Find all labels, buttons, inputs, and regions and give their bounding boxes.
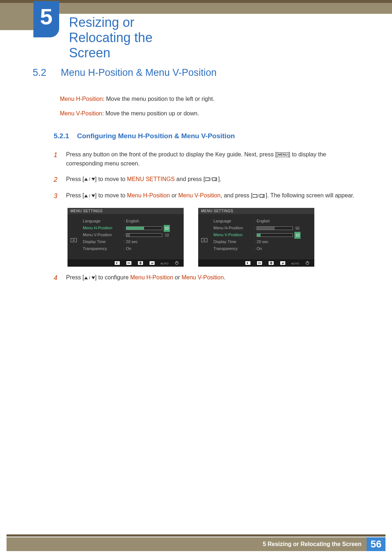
osd-category-icon-col [200,218,209,253]
step2-text-d: ]. [218,176,221,182]
osd-footer-buttons: AUTO [68,259,184,267]
section-heading: 5.2 Menu H-Position & Menu V-Position [33,67,359,78]
osd-hposition: MENU SETTINGS Language Menu H-Position M… [68,208,184,267]
footer-chapter-text: 5 Resizing or Relocating the Screen [263,541,367,547]
osd-labels: Language Menu H-Position Menu V-Position… [211,218,251,253]
svg-rect-33 [280,261,285,265]
osd-value-displaytime: 20 sec [257,239,268,244]
vpos-term: Menu V-Position [60,110,102,116]
step4-or: or [173,274,181,280]
auto-label: AUTO [291,262,299,265]
footer-rule [7,534,385,537]
step2-text-a: Press [ [66,176,84,182]
chapter-number-badge: 5 [33,1,59,37]
step-3: 3 Press [/] to move to Menu H-Position o… [54,191,359,201]
hpos-term: Menu H-Position [60,96,103,102]
osd-screenshots: MENU SETTINGS Language Menu H-Position M… [68,208,359,267]
steps-list-cont: 4 Press [/] to configure Menu H-Position… [33,273,359,283]
osd-label-transparency: Transparency [213,245,251,252]
up-down-arrow-icon: / [84,177,95,181]
slider-hpos [126,226,162,230]
osd-category-icon-col [69,218,78,253]
step2-text-b: ] to move to [95,176,127,182]
step-number: 4 [54,273,59,283]
step3-text-a: Press [ [66,192,84,198]
svg-text:/: / [258,194,259,198]
step3-text-c: , and press [ [221,192,253,198]
osd-label-transparency: Transparency [83,245,121,252]
vpos-text: : Move the menu position up or down. [102,110,199,116]
svg-rect-12 [71,238,77,242]
svg-marker-8 [91,194,95,197]
svg-marker-38 [91,276,95,279]
svg-rect-29 [258,263,261,263]
osd-title: MENU SETTINGS [68,208,184,214]
osd-label-vpos: Menu V-Position [213,231,251,238]
osd-label-displaytime: Display Time [213,238,251,245]
svg-text:/: / [210,177,212,181]
svg-rect-9 [253,194,257,197]
footer-bar: 5 Resizing or Relocating the Screen 56 [7,537,385,551]
osd-value-transparency: On [257,246,262,251]
menu-button-icon: MENU [277,152,289,157]
vpos-description: Menu V-Position: Move the menu position … [60,110,359,117]
slider-vpos [126,233,162,237]
step-number: 1 [54,150,59,168]
step3-or: or [170,192,178,198]
svg-rect-21 [150,261,155,265]
page-content: 5.2 Menu H-Position & Menu V-Position Me… [33,67,359,290]
step4-h: Menu H-Position [130,274,173,280]
step-number: 2 [54,175,59,185]
osd-value-displaytime: 20 sec [126,239,138,244]
svg-marker-2 [91,178,95,181]
svg-text:/: / [89,194,90,198]
auto-label: AUTO [160,262,168,265]
subsection-heading: 5.2.1 Configuring Menu H-Position & Menu… [33,132,359,140]
step2-text-c: and press [ [175,176,205,182]
slider-vpos-value: 10 [294,232,301,239]
step3-text-d: ]. The following screen will appear. [266,192,354,198]
plus-icon [268,261,274,266]
steps-list: 1 Press any button on the front of the p… [33,150,359,201]
osd-label-language: Language [83,218,121,225]
back-icon [114,261,121,266]
svg-point-25 [204,239,205,241]
osd-value-language: English [126,219,139,223]
svg-text:/: / [89,276,90,280]
slider-vpos [257,233,293,237]
slider-hpos [257,226,293,230]
page-number: 56 [367,537,385,551]
page-footer: 5 Resizing or Relocating the Screen 56 [0,534,392,552]
back-icon [245,261,251,266]
step4-v: Menu V-Position [181,274,224,280]
select-enter-icon: / [205,177,218,181]
slider-vpos-value: 10 [164,232,170,239]
hpos-description: Menu H-Position: Move the menu position … [60,96,359,102]
svg-marker-0 [84,178,88,181]
enter-icon [279,261,286,266]
svg-rect-17 [127,263,130,263]
monitor-settings-icon [70,238,77,243]
monitor-settings-icon [201,238,208,243]
step3-h: Menu H-Position [127,192,170,198]
osd-label-hpos: Menu H-Position [83,225,121,231]
hpos-text: : Move the menu position to the left or … [103,96,215,102]
section-number: 5.2 [33,67,46,78]
enter-icon [149,261,155,266]
step4-text-c: . [224,274,225,280]
step-4: 4 Press [/] to configure Menu H-Position… [54,273,359,283]
up-down-arrow-icon: / [84,194,95,198]
svg-text:/: / [89,177,90,181]
step4-text-a: Press [ [66,274,84,280]
minus-icon [256,261,263,266]
chapter-title: Resizing or Relocating the Screen [69,15,392,61]
up-down-arrow-icon: / [84,276,95,280]
step-2: 2 Press [/] to move to MENU SETTINGS and… [54,175,359,185]
svg-point-13 [73,239,74,241]
osd-value-language: English [257,219,270,223]
slider-hpos-value: 50 [294,225,301,232]
subsection-title: Configuring Menu H-Position & Menu V-Pos… [77,132,235,140]
osd-values: :English :50 :10 :20 sec :On [253,218,311,253]
step3-v: Menu V-Position [178,192,221,198]
header-bar: 5 Resizing or Relocating the Screen [0,3,392,30]
